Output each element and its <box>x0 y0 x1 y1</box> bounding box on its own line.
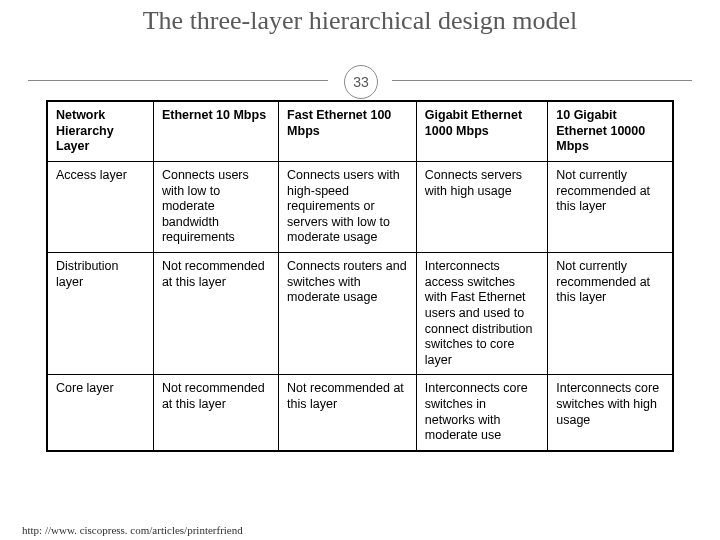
cell: Interconnects core switches with high us… <box>548 375 673 451</box>
cell: Not currently recommended at this layer <box>548 161 673 252</box>
table-row: Core layer Not recommended at this layer… <box>47 375 673 451</box>
slide-title: The three-layer hierarchical design mode… <box>0 6 720 36</box>
table-header-row: Network Hierarchy Layer Ethernet 10 Mbps… <box>47 101 673 161</box>
cell: Not recommended at this layer <box>153 253 278 375</box>
col-header: 10 Gigabit Ethernet 10000 Mbps <box>548 101 673 161</box>
slide: The three-layer hierarchical design mode… <box>0 0 720 540</box>
cell: Connects servers with high usage <box>416 161 547 252</box>
source-url: http: //www. ciscopress. com/articles/pr… <box>22 524 243 536</box>
row-label: Core layer <box>47 375 153 451</box>
slide-number-badge: 33 <box>344 65 378 99</box>
divider-left <box>28 80 328 81</box>
cell: Not currently recommended at this layer <box>548 253 673 375</box>
divider-right <box>392 80 692 81</box>
row-label: Access layer <box>47 161 153 252</box>
table-row: Distribution layer Not recommended at th… <box>47 253 673 375</box>
row-label: Distribution layer <box>47 253 153 375</box>
cell: Not recommended at this layer <box>153 375 278 451</box>
hierarchy-table-wrap: Network Hierarchy Layer Ethernet 10 Mbps… <box>46 100 674 452</box>
cell: Connects routers and switches with moder… <box>279 253 417 375</box>
hierarchy-table: Network Hierarchy Layer Ethernet 10 Mbps… <box>46 100 674 452</box>
col-header: Gigabit Ethernet 1000 Mbps <box>416 101 547 161</box>
cell: Connects users with low to moderate band… <box>153 161 278 252</box>
col-header: Ethernet 10 Mbps <box>153 101 278 161</box>
cell: Interconnects access switches with Fast … <box>416 253 547 375</box>
col-header: Network Hierarchy Layer <box>47 101 153 161</box>
cell: Interconnects core switches in networks … <box>416 375 547 451</box>
col-header: Fast Ethernet 100 Mbps <box>279 101 417 161</box>
cell: Connects users with high-speed requireme… <box>279 161 417 252</box>
cell: Not recommended at this layer <box>279 375 417 451</box>
table-row: Access layer Connects users with low to … <box>47 161 673 252</box>
